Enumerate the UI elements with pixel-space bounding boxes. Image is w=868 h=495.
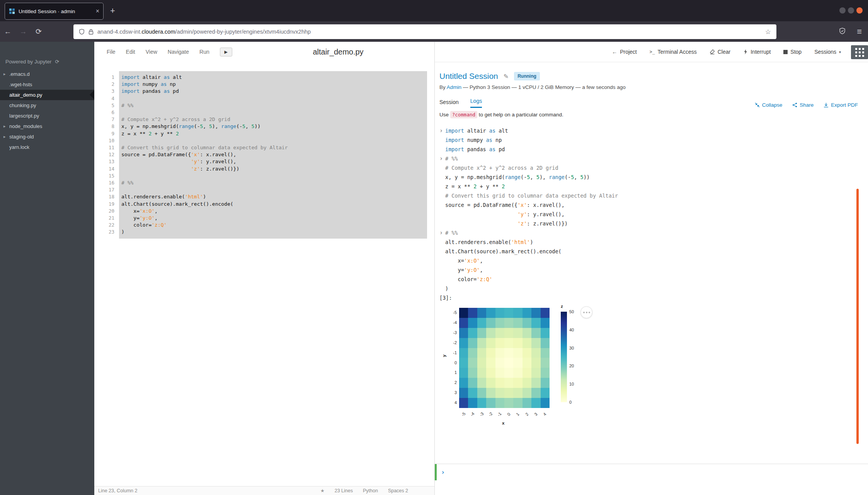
sidebar-file-item[interactable]: largescript.py <box>0 111 94 121</box>
tab-session[interactable]: Session <box>439 99 459 108</box>
heatmap-cell <box>486 328 495 338</box>
code-line[interactable]: source = pd.DataFrame({'x': x.ravel(), <box>121 151 425 158</box>
new-tab-button[interactable]: + <box>110 5 115 17</box>
star-icon[interactable]: ★ <box>320 488 325 493</box>
terminal-access-button[interactable]: >_Terminal Access <box>650 49 697 55</box>
y-tick-label: -2 <box>444 338 457 348</box>
code-editor[interactable]: 1234567891011121314151617181920212223 im… <box>94 71 427 239</box>
sessions-dropdown[interactable]: Sessions▾ <box>814 49 841 55</box>
legend-tick-label: 30 <box>569 346 574 350</box>
bookmark-star-icon[interactable]: ☆ <box>765 28 771 36</box>
heatmap-cell <box>513 328 522 338</box>
shield-check-icon[interactable] <box>839 27 846 34</box>
share-button[interactable]: Share <box>792 102 814 108</box>
menu-view[interactable]: View <box>146 49 157 55</box>
indent-label[interactable]: Spaces 2 <box>388 488 408 493</box>
minimize-button[interactable] <box>839 7 846 14</box>
tab-logs[interactable]: Logs <box>470 98 482 108</box>
run-button[interactable]: ▶ <box>220 48 232 56</box>
sidebar-file-item[interactable]: yarn.lock <box>0 142 94 152</box>
expand-triangle-icon[interactable]: ▸ <box>3 121 6 131</box>
code-line[interactable]: import altair as alt <box>121 74 425 81</box>
tracking-shield-icon[interactable] <box>79 29 85 35</box>
code-block[interactable]: import altair as altimport numpy as npim… <box>119 71 427 239</box>
menu-file[interactable]: File <box>107 49 116 55</box>
sidebar-file-item[interactable]: ▸node_modules <box>0 121 94 131</box>
code-line[interactable]: alt.renderers.enable('html') <box>121 193 425 200</box>
lock-icon[interactable] <box>89 29 94 35</box>
refresh-icon[interactable]: ⟳ <box>55 59 59 65</box>
code-line[interactable]: # Compute x^2 + y^2 across a 2D grid <box>121 116 425 123</box>
code-line[interactable] <box>121 109 425 116</box>
code-line[interactable]: # %% <box>121 102 425 109</box>
stop-button[interactable]: Stop <box>783 49 802 55</box>
reload-icon[interactable]: ⟳ <box>31 27 46 36</box>
collapse-chevron-icon[interactable]: › <box>439 126 445 135</box>
line-number: 13 <box>94 158 114 165</box>
code-line[interactable]: 'y': y.ravel(), <box>121 158 425 165</box>
sidebar-file-item[interactable]: altair_demo.py <box>0 90 94 100</box>
code-line[interactable] <box>121 95 425 102</box>
line-number: 15 <box>94 172 114 179</box>
apps-grid-button[interactable] <box>851 45 868 59</box>
console-input[interactable]: › <box>435 464 868 480</box>
expand-triangle-icon[interactable]: ▸ <box>3 131 6 142</box>
language-label[interactable]: Python <box>363 488 378 493</box>
menu-navigate[interactable]: Navigate <box>168 49 189 55</box>
close-button[interactable] <box>856 7 863 14</box>
interrupt-button[interactable]: Interrupt <box>743 49 771 55</box>
chevron-spacer <box>439 284 445 293</box>
code-line[interactable]: z = x ** 2 + y ** 2 <box>121 130 425 137</box>
heatmap-cell <box>504 348 513 358</box>
back-icon[interactable]: ← <box>0 27 15 36</box>
sidebar-file-item[interactable]: chunking.py <box>0 100 94 111</box>
favicon <box>9 8 15 14</box>
forward-icon[interactable]: → <box>15 27 31 36</box>
tab-close-icon[interactable]: × <box>96 8 99 15</box>
expand-triangle-icon[interactable]: ▸ <box>3 69 6 79</box>
collapse-button[interactable]: Collapse <box>755 102 783 108</box>
code-line[interactable]: 'z': z.ravel()}) <box>121 166 425 172</box>
sidebar-file-item[interactable]: ▸.emacs.d <box>0 69 94 79</box>
chevron-spacer <box>439 145 445 154</box>
export-pdf-button[interactable]: Export PDF <box>824 102 858 108</box>
collapse-chevron-icon[interactable]: › <box>439 154 445 163</box>
code-line[interactable] <box>121 137 425 144</box>
code-line[interactable] <box>121 186 425 193</box>
maximize-button[interactable] <box>848 7 854 14</box>
code-line[interactable]: x, y = np.meshgrid(range(-5, 5), range(-… <box>121 123 425 130</box>
session-panel: ←Project >_Terminal Access Clear Interru… <box>434 42 868 495</box>
sidebar-file-item[interactable]: ▸staging-old <box>0 131 94 142</box>
edit-pencil-icon[interactable]: ✎ <box>504 73 509 80</box>
collapse-chevron-icon[interactable]: › <box>439 228 445 237</box>
code-line[interactable]: # Convert this grid to columnar data exp… <box>121 144 425 151</box>
admin-link[interactable]: Admin <box>447 84 461 90</box>
code-line[interactable] <box>121 172 425 179</box>
code-line[interactable]: import pandas as pd <box>121 88 425 95</box>
browser-tab[interactable]: Untitled Session · admin × <box>5 3 104 20</box>
code-line[interactable]: import numpy as np <box>121 81 425 88</box>
console-line: color='z:Q' <box>439 275 868 284</box>
console-line: z = x ** 2 + y ** 2 <box>439 182 868 191</box>
y-tick-label: -5 <box>444 308 457 318</box>
heatmap-cell <box>541 398 550 408</box>
code-line[interactable]: color='z:Q' <box>121 222 425 229</box>
line-number: 9 <box>94 130 114 137</box>
code-line[interactable]: x='x:O', <box>121 208 425 215</box>
code-line[interactable]: # %% <box>121 179 425 186</box>
scrollbar-thumb[interactable] <box>856 189 859 444</box>
menu-icon[interactable]: ≡ <box>857 27 862 37</box>
code-line[interactable]: ) <box>121 229 425 236</box>
menu-edit[interactable]: Edit <box>126 49 135 55</box>
url-bar[interactable]: anand-4.cdsw-int.cloudera.com/admin/powe… <box>73 24 776 39</box>
url-text: anand-4.cdsw-int.cloudera.com/admin/powe… <box>97 29 311 35</box>
project-button[interactable]: ←Project <box>612 49 637 55</box>
clear-button[interactable]: Clear <box>710 49 730 55</box>
code-line[interactable]: y='y:O', <box>121 215 425 222</box>
code-line[interactable]: alt.Chart(source).mark_rect().encode( <box>121 201 425 208</box>
chart-options-button[interactable] <box>580 306 592 318</box>
menu-run[interactable]: Run <box>199 49 209 55</box>
sidebar-file-item[interactable]: .wget-hsts <box>0 79 94 90</box>
session-console[interactable]: ›import altair as altimport numpy as npi… <box>439 126 868 293</box>
active-file-marker <box>90 90 94 99</box>
